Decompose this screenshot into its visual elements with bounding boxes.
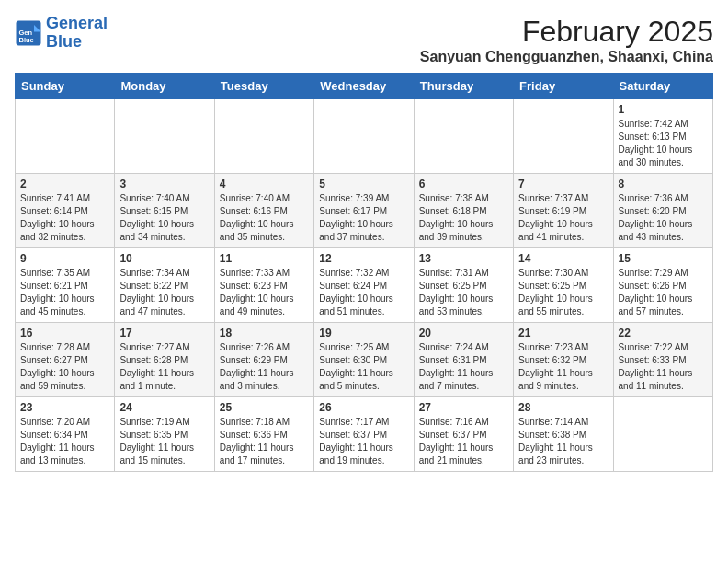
day-number: 7: [518, 178, 608, 190]
day-info: Sunrise: 7:34 AM Sunset: 6:22 PM Dayligh…: [119, 267, 209, 318]
logo: Gen Blue General Blue: [15, 15, 108, 52]
day-number: 17: [119, 327, 209, 339]
calendar-cell: [613, 397, 712, 472]
calendar-cell: 12Sunrise: 7:32 AM Sunset: 6:24 PM Dayli…: [314, 248, 414, 323]
day-number: 1: [619, 103, 708, 116]
calendar-cell: [115, 99, 214, 174]
weekday-header-sunday: Sunday: [16, 74, 115, 99]
calendar-table: SundayMondayTuesdayWednesdayThursdayFrid…: [15, 73, 713, 472]
calendar-week-row: 23Sunrise: 7:20 AM Sunset: 6:34 PM Dayli…: [16, 397, 713, 472]
page-header: Gen Blue General Blue February 2025 Sany…: [15, 15, 713, 65]
calendar-cell: 5Sunrise: 7:39 AM Sunset: 6:17 PM Daylig…: [314, 174, 414, 248]
day-number: 2: [20, 178, 109, 190]
day-number: 9: [20, 252, 109, 265]
calendar-cell: 19Sunrise: 7:25 AM Sunset: 6:30 PM Dayli…: [314, 323, 414, 397]
day-number: 8: [619, 178, 708, 190]
weekday-header-wednesday: Wednesday: [314, 74, 414, 99]
calendar-cell: 11Sunrise: 7:33 AM Sunset: 6:23 PM Dayli…: [214, 248, 313, 323]
svg-text:Blue: Blue: [19, 36, 34, 44]
logo-line2: Blue: [46, 32, 82, 51]
calendar-cell: 24Sunrise: 7:19 AM Sunset: 6:35 PM Dayli…: [115, 397, 214, 472]
calendar-cell: 8Sunrise: 7:36 AM Sunset: 6:20 PM Daylig…: [613, 174, 712, 248]
day-number: 14: [518, 252, 608, 265]
day-number: 15: [619, 252, 708, 265]
calendar-cell: 10Sunrise: 7:34 AM Sunset: 6:22 PM Dayli…: [115, 248, 214, 323]
calendar-week-row: 1Sunrise: 7:42 AM Sunset: 6:13 PM Daylig…: [16, 99, 713, 174]
day-number: 10: [119, 252, 209, 265]
day-info: Sunrise: 7:22 AM Sunset: 6:33 PM Dayligh…: [619, 341, 708, 393]
day-info: Sunrise: 7:25 AM Sunset: 6:30 PM Dayligh…: [319, 341, 408, 393]
day-number: 27: [419, 401, 508, 414]
day-info: Sunrise: 7:24 AM Sunset: 6:31 PM Dayligh…: [419, 341, 508, 393]
weekday-header-row: SundayMondayTuesdayWednesdayThursdayFrid…: [16, 74, 713, 99]
calendar-cell: [16, 99, 115, 174]
day-number: 22: [619, 327, 708, 339]
day-info: Sunrise: 7:20 AM Sunset: 6:34 PM Dayligh…: [20, 416, 109, 467]
day-number: 3: [119, 178, 209, 190]
day-number: 4: [220, 178, 309, 190]
calendar-cell: 13Sunrise: 7:31 AM Sunset: 6:25 PM Dayli…: [414, 248, 513, 323]
calendar-week-row: 16Sunrise: 7:28 AM Sunset: 6:27 PM Dayli…: [16, 323, 713, 397]
day-info: Sunrise: 7:33 AM Sunset: 6:23 PM Dayligh…: [220, 267, 309, 318]
day-number: 11: [220, 252, 309, 265]
day-info: Sunrise: 7:29 AM Sunset: 6:26 PM Dayligh…: [619, 267, 708, 318]
day-info: Sunrise: 7:42 AM Sunset: 6:13 PM Dayligh…: [619, 118, 708, 169]
calendar-cell: [214, 99, 313, 174]
day-number: 20: [419, 327, 508, 339]
calendar-cell: 4Sunrise: 7:40 AM Sunset: 6:16 PM Daylig…: [214, 174, 313, 248]
day-info: Sunrise: 7:41 AM Sunset: 6:14 PM Dayligh…: [20, 192, 109, 244]
calendar-cell: 17Sunrise: 7:27 AM Sunset: 6:28 PM Dayli…: [115, 323, 214, 397]
day-info: Sunrise: 7:38 AM Sunset: 6:18 PM Dayligh…: [419, 192, 508, 244]
day-info: Sunrise: 7:19 AM Sunset: 6:35 PM Dayligh…: [119, 416, 209, 467]
day-info: Sunrise: 7:35 AM Sunset: 6:21 PM Dayligh…: [20, 267, 109, 318]
weekday-header-saturday: Saturday: [613, 74, 712, 99]
logo-line1: General: [46, 14, 108, 32]
day-info: Sunrise: 7:27 AM Sunset: 6:28 PM Dayligh…: [119, 341, 209, 393]
day-number: 12: [319, 252, 408, 265]
logo-text: General Blue: [46, 15, 108, 52]
calendar-cell: 3Sunrise: 7:40 AM Sunset: 6:15 PM Daylig…: [115, 174, 214, 248]
weekday-header-monday: Monday: [115, 74, 214, 99]
day-info: Sunrise: 7:31 AM Sunset: 6:25 PM Dayligh…: [419, 267, 508, 318]
weekday-header-friday: Friday: [514, 74, 613, 99]
day-number: 24: [119, 401, 209, 414]
calendar-cell: 6Sunrise: 7:38 AM Sunset: 6:18 PM Daylig…: [414, 174, 513, 248]
day-number: 25: [220, 401, 309, 414]
calendar-cell: 20Sunrise: 7:24 AM Sunset: 6:31 PM Dayli…: [414, 323, 513, 397]
calendar-cell: 28Sunrise: 7:14 AM Sunset: 6:38 PM Dayli…: [514, 397, 613, 472]
calendar-cell: 15Sunrise: 7:29 AM Sunset: 6:26 PM Dayli…: [613, 248, 712, 323]
weekday-header-thursday: Thursday: [414, 74, 513, 99]
day-info: Sunrise: 7:17 AM Sunset: 6:37 PM Dayligh…: [319, 416, 408, 467]
day-info: Sunrise: 7:32 AM Sunset: 6:24 PM Dayligh…: [319, 267, 408, 318]
day-info: Sunrise: 7:37 AM Sunset: 6:19 PM Dayligh…: [518, 192, 608, 244]
calendar-cell: [314, 99, 414, 174]
day-info: Sunrise: 7:14 AM Sunset: 6:38 PM Dayligh…: [518, 416, 608, 467]
day-info: Sunrise: 7:16 AM Sunset: 6:37 PM Dayligh…: [419, 416, 508, 467]
calendar-week-row: 9Sunrise: 7:35 AM Sunset: 6:21 PM Daylig…: [16, 248, 713, 323]
day-info: Sunrise: 7:30 AM Sunset: 6:25 PM Dayligh…: [518, 267, 608, 318]
day-number: 6: [419, 178, 508, 190]
calendar-cell: [414, 99, 513, 174]
day-info: Sunrise: 7:39 AM Sunset: 6:17 PM Dayligh…: [319, 192, 408, 244]
calendar-cell: 26Sunrise: 7:17 AM Sunset: 6:37 PM Dayli…: [314, 397, 414, 472]
day-info: Sunrise: 7:40 AM Sunset: 6:16 PM Dayligh…: [220, 192, 309, 244]
calendar-cell: 16Sunrise: 7:28 AM Sunset: 6:27 PM Dayli…: [16, 323, 115, 397]
calendar-cell: 23Sunrise: 7:20 AM Sunset: 6:34 PM Dayli…: [16, 397, 115, 472]
calendar-cell: 7Sunrise: 7:37 AM Sunset: 6:19 PM Daylig…: [514, 174, 613, 248]
day-number: 13: [419, 252, 508, 265]
day-number: 23: [20, 401, 109, 414]
calendar-cell: 2Sunrise: 7:41 AM Sunset: 6:14 PM Daylig…: [16, 174, 115, 248]
day-info: Sunrise: 7:40 AM Sunset: 6:15 PM Dayligh…: [119, 192, 209, 244]
day-info: Sunrise: 7:36 AM Sunset: 6:20 PM Dayligh…: [619, 192, 708, 244]
day-info: Sunrise: 7:23 AM Sunset: 6:32 PM Dayligh…: [518, 341, 608, 393]
month-title: February 2025: [420, 15, 713, 49]
calendar-week-row: 2Sunrise: 7:41 AM Sunset: 6:14 PM Daylig…: [16, 174, 713, 248]
calendar-cell: 18Sunrise: 7:26 AM Sunset: 6:29 PM Dayli…: [214, 323, 313, 397]
calendar-cell: 9Sunrise: 7:35 AM Sunset: 6:21 PM Daylig…: [16, 248, 115, 323]
day-number: 16: [20, 327, 109, 339]
calendar-cell: 25Sunrise: 7:18 AM Sunset: 6:36 PM Dayli…: [214, 397, 313, 472]
calendar-cell: 14Sunrise: 7:30 AM Sunset: 6:25 PM Dayli…: [514, 248, 613, 323]
day-info: Sunrise: 7:18 AM Sunset: 6:36 PM Dayligh…: [220, 416, 309, 467]
calendar-cell: 21Sunrise: 7:23 AM Sunset: 6:32 PM Dayli…: [514, 323, 613, 397]
day-number: 18: [220, 327, 309, 339]
